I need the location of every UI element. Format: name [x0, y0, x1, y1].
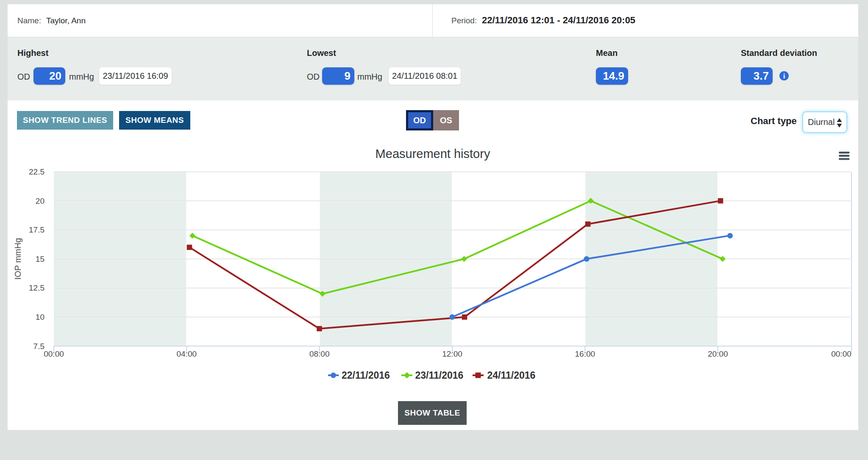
svg-text:24/11/2016: 24/11/2016	[487, 370, 536, 381]
svg-text:00:00: 00:00	[831, 349, 851, 358]
svg-text:12:00: 12:00	[442, 349, 462, 358]
svg-text:15: 15	[36, 255, 45, 263]
svg-text:22.5: 22.5	[29, 167, 45, 176]
svg-text:08:00: 08:00	[309, 349, 330, 358]
svg-text:7.5: 7.5	[33, 342, 45, 351]
svg-text:Measurement history: Measurement history	[376, 147, 490, 161]
svg-text:22/11/2016: 22/11/2016	[342, 370, 390, 381]
svg-text:10: 10	[36, 313, 45, 321]
svg-text:12.5: 12.5	[29, 283, 45, 292]
svg-text:20:00: 20:00	[708, 349, 728, 358]
svg-text:20: 20	[36, 197, 45, 205]
svg-text:IOP mmHg: IOP mmHg	[13, 238, 22, 280]
svg-text:00:00: 00:00	[44, 349, 64, 358]
svg-text:23/11/2016: 23/11/2016	[415, 370, 464, 381]
svg-text:04:00: 04:00	[177, 349, 197, 358]
svg-text:16:00: 16:00	[575, 349, 595, 358]
svg-text:i: i	[783, 72, 785, 80]
svg-text:17.5: 17.5	[29, 225, 45, 234]
